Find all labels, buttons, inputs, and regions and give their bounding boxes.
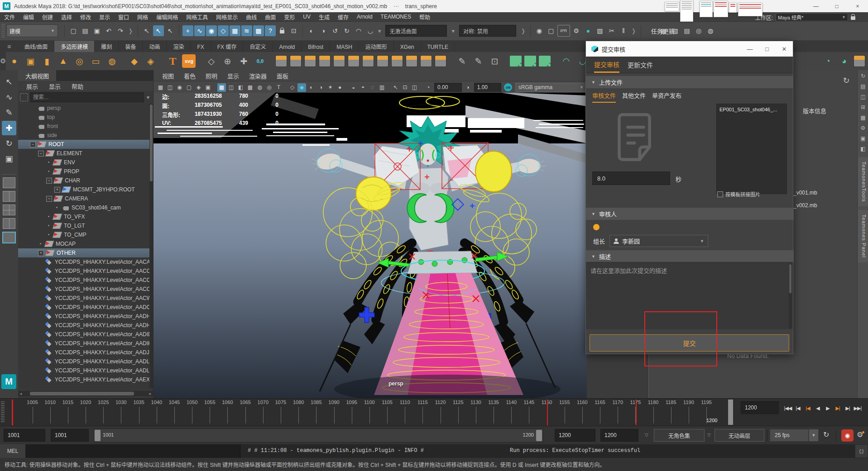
reviewer-section-header[interactable]: ▼ 审核人 [586,208,794,220]
outliner-row[interactable]: YCCJDPS_HHAKXY:LevelActor_AACOL [18,276,153,285]
expand-toggle-icon[interactable] [38,332,43,337]
playback-end-field[interactable]: 1200 [555,429,595,442]
viewport-menu-item[interactable]: 视图 [158,71,178,80]
quad-draw-icon[interactable]: ✎ [471,54,485,68]
make-live-icon[interactable]: ≋ [241,25,252,36]
shelf-tab[interactable]: 自定义 [243,41,273,52]
mirror-icon[interactable]: ✚ [237,54,250,68]
timeline-tick[interactable]: 1045 [165,400,183,425]
shelf-gear-icon[interactable]: ⚙ [0,52,6,70]
scale-tool-icon[interactable]: ▣ [2,152,16,166]
highlight-selection-icon[interactable]: ⊡ [288,25,299,36]
snap-help-icon[interactable]: ? [265,25,276,36]
outliner-row[interactable]: YCCJDPS_HHAKXY:LevelActor_AACAP [18,257,153,266]
vp-resolution-gate-icon[interactable]: ◧ [236,83,245,92]
outliner-horizontal-scrollbar[interactable]: ◂▸ [18,391,153,396]
outliner-row[interactable]: YCCJDPS_HHAKXY:LevelActor_AADID [18,330,153,339]
menu-item[interactable]: 修改 [76,13,95,21]
outliner-filter-icon[interactable] [20,93,28,101]
anim-start-field[interactable]: 1001 [4,429,45,442]
light-editor-icon[interactable]: ✂ [606,25,617,36]
redo-icon[interactable]: ↷ [115,25,126,36]
boolean-union-icon[interactable] [510,56,522,67]
animation-preferences-icon[interactable]: ⚙ [857,430,863,439]
timeline-tick[interactable]: 1035 [130,400,148,425]
shelf-tab[interactable]: TURTLE [421,42,455,52]
outliner-row[interactable]: − ROOT [18,140,153,149]
script-editor-icon[interactable]: {;} [855,444,868,458]
play-backwards-button[interactable]: ◀ [813,403,822,413]
timeline-tick[interactable]: 1030 [112,400,130,425]
panel-detail-icon[interactable]: ▦ [858,113,868,122]
step-forward-frame-button[interactable]: ▶| [843,403,852,413]
frame-all-icon[interactable]: ▤ [681,25,692,36]
playback-start-field[interactable]: 1001 [51,429,89,442]
outliner-menu-item[interactable]: 帮助 [67,82,88,90]
version-file-item[interactable]: _v002.mb [793,202,817,209]
timeline-tick[interactable]: 1145 [520,400,538,425]
shelf-extra-a-icon[interactable]: ◔ [821,54,834,68]
dialog-tab[interactable]: 更新文件 [628,57,653,73]
character-set-select[interactable]: 无角色集 [654,429,705,442]
outliner-row[interactable]: persp [18,104,153,113]
timeline-tick[interactable]: 1005 [24,400,41,425]
description-section-header[interactable]: ▼ 描述 [586,250,794,262]
charset-menu-icon[interactable]: ▽ [645,433,648,438]
shelf-tab[interactable]: FX 缓存 [211,41,244,52]
timeline-tick[interactable]: 1105 [378,400,396,425]
menu-item[interactable]: 选择 [57,13,76,21]
timeline-grip[interactable] [1,401,5,423]
workspace-lock-icon[interactable] [851,16,855,20]
vp-wireframe-icon[interactable]: ◇ [288,83,297,92]
outliner-menu-item[interactable]: 展示 [22,82,43,90]
group-collapse[interactable]: ❭ [631,28,636,34]
fps-select-arrow[interactable]: ▼ [809,429,819,442]
timeline-tick[interactable]: 1120 [432,400,449,425]
construction-history-off-icon[interactable]: ↻ [341,25,352,36]
poly-cube-icon[interactable]: ▣ [24,54,37,68]
select-tool-icon[interactable]: ↖ [2,75,16,89]
expand-toggle-icon[interactable]: − [30,142,36,147]
group-collapse[interactable]: ❭ [521,28,526,34]
expand-toggle-icon[interactable] [38,296,43,301]
anim-layer-select[interactable]: 无动画层 [715,429,764,442]
snap-point-icon[interactable]: ◉ [206,25,217,36]
menu-item[interactable]: Arnold [353,14,377,20]
dock-tab-teamones-panel[interactable]: Teamones Panel [858,210,868,262]
outliner-row[interactable]: YCCJDPS_HHAKXY:LevelActor_AADIK [18,339,153,348]
step-back-frame-button[interactable]: |◀ [793,403,802,413]
shelf-tab[interactable]: Bifrost [302,42,330,52]
triangulate-icon[interactable] [377,55,388,67]
outliner-row[interactable]: − CAMERA [18,194,153,203]
expand-toggle-icon[interactable]: + [38,250,44,256]
menu-item[interactable]: 变形 [280,13,299,21]
timeline-tick[interactable]: 1160 [573,400,591,425]
outliner-row[interactable]: YCCJDPS_HHAKXY:LevelActor_AADHU [18,321,153,330]
vp-textured-icon[interactable]: ◐ [307,83,316,92]
panel-list-icon[interactable]: ▤ [858,82,868,91]
menu-item[interactable]: 显示 [95,13,114,21]
reduce-icon[interactable] [406,55,417,67]
gamma-field[interactable]: 1.00 [474,83,502,92]
menu-item[interactable]: TEAMONES [377,14,415,20]
outliner-row[interactable]: • MOCAP [18,239,153,248]
layout-two-pane-button[interactable] [3,191,15,202]
expand-toggle-icon[interactable] [38,314,43,319]
viewport-menu-item[interactable]: 照明 [201,71,222,80]
vp-camera-select-icon[interactable]: ▦ [156,83,165,92]
expand-toggle-icon[interactable]: − [46,196,52,202]
open-scene-icon[interactable]: ▤ [80,25,91,36]
render-settings-icon[interactable]: ⚙ [571,25,582,36]
outliner-row[interactable]: • TO_VFX [18,212,153,221]
outliner-row[interactable]: YCCJDPS_HHAKXY:LevelActor_AADHR [18,312,153,321]
group-collapse[interactable]: ❭ [128,28,133,34]
timeline-tick[interactable]: 1055 [201,400,219,425]
outliner-row[interactable]: • PROP [18,167,153,176]
menu-item[interactable]: 文件 [0,13,19,21]
expand-toggle-icon[interactable] [30,124,35,129]
vp-safe-action-icon[interactable]: ◎ [265,83,273,92]
range-start-handle[interactable] [95,430,101,441]
timeline-tick[interactable]: 1015 [59,400,77,425]
vp-lights-icon[interactable]: ✶ [326,83,335,92]
shelf-tab[interactable]: 多边形建模 [54,41,95,52]
